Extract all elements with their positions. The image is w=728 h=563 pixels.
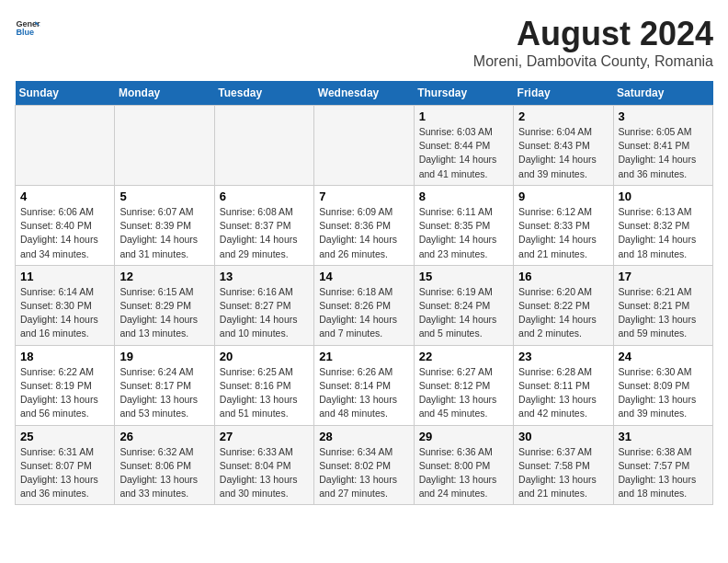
week-row-4: 18Sunrise: 6:22 AM Sunset: 8:19 PM Dayli… bbox=[16, 345, 713, 425]
calendar-cell: 7Sunrise: 6:09 AM Sunset: 8:36 PM Daylig… bbox=[314, 185, 414, 265]
day-number: 18 bbox=[20, 350, 109, 363]
weekday-header-thursday: Thursday bbox=[414, 81, 513, 106]
day-number: 24 bbox=[619, 350, 708, 363]
calendar-cell: 26Sunrise: 6:32 AM Sunset: 8:06 PM Dayli… bbox=[115, 425, 214, 505]
calendar-cell: 21Sunrise: 6:26 AM Sunset: 8:14 PM Dayli… bbox=[314, 345, 414, 425]
calendar-cell: 29Sunrise: 6:36 AM Sunset: 8:00 PM Dayli… bbox=[414, 425, 513, 505]
day-info: Sunrise: 6:14 AM Sunset: 8:30 PM Dayligh… bbox=[20, 285, 109, 341]
day-number: 5 bbox=[119, 190, 209, 203]
calendar-cell: 9Sunrise: 6:12 AM Sunset: 8:33 PM Daylig… bbox=[514, 185, 613, 265]
day-number: 13 bbox=[220, 270, 309, 283]
day-info: Sunrise: 6:26 AM Sunset: 8:14 PM Dayligh… bbox=[319, 365, 408, 421]
day-info: Sunrise: 6:36 AM Sunset: 8:00 PM Dayligh… bbox=[419, 445, 508, 501]
day-info: Sunrise: 6:18 AM Sunset: 8:26 PM Dayligh… bbox=[319, 285, 408, 341]
logo: General Blue bbox=[15, 15, 40, 40]
calendar-cell: 12Sunrise: 6:15 AM Sunset: 8:29 PM Dayli… bbox=[115, 265, 214, 345]
header: General Blue August 2024 Moreni, Dambovi… bbox=[15, 15, 713, 70]
calendar-cell: 4Sunrise: 6:06 AM Sunset: 8:40 PM Daylig… bbox=[16, 185, 115, 265]
day-info: Sunrise: 6:07 AM Sunset: 8:39 PM Dayligh… bbox=[119, 205, 209, 261]
day-number: 16 bbox=[518, 270, 608, 283]
calendar-cell: 20Sunrise: 6:25 AM Sunset: 8:16 PM Dayli… bbox=[214, 345, 313, 425]
day-info: Sunrise: 6:31 AM Sunset: 8:07 PM Dayligh… bbox=[20, 445, 109, 501]
day-number: 7 bbox=[319, 190, 408, 203]
day-info: Sunrise: 6:13 AM Sunset: 8:32 PM Dayligh… bbox=[619, 205, 708, 261]
day-number: 10 bbox=[619, 190, 708, 203]
day-number: 20 bbox=[220, 350, 309, 363]
calendar-cell bbox=[115, 106, 214, 186]
day-number: 15 bbox=[419, 270, 508, 283]
day-info: Sunrise: 6:03 AM Sunset: 8:44 PM Dayligh… bbox=[419, 125, 508, 181]
logo-icon: General Blue bbox=[15, 15, 40, 40]
day-info: Sunrise: 6:06 AM Sunset: 8:40 PM Dayligh… bbox=[20, 205, 109, 261]
calendar-cell: 1Sunrise: 6:03 AM Sunset: 8:44 PM Daylig… bbox=[414, 106, 513, 186]
day-number: 23 bbox=[518, 350, 608, 363]
day-number: 4 bbox=[20, 190, 109, 203]
day-number: 28 bbox=[319, 430, 408, 443]
sub-title: Moreni, Dambovita County, Romania bbox=[473, 53, 713, 70]
day-number: 9 bbox=[518, 190, 608, 203]
week-row-3: 11Sunrise: 6:14 AM Sunset: 8:30 PM Dayli… bbox=[16, 265, 713, 345]
week-row-2: 4Sunrise: 6:06 AM Sunset: 8:40 PM Daylig… bbox=[16, 185, 713, 265]
day-number: 29 bbox=[419, 430, 508, 443]
svg-text:Blue: Blue bbox=[16, 28, 34, 37]
day-number: 8 bbox=[419, 190, 508, 203]
week-row-5: 25Sunrise: 6:31 AM Sunset: 8:07 PM Dayli… bbox=[16, 425, 713, 505]
weekday-header-friday: Friday bbox=[514, 81, 613, 106]
day-info: Sunrise: 6:16 AM Sunset: 8:27 PM Dayligh… bbox=[220, 285, 309, 341]
calendar-cell: 11Sunrise: 6:14 AM Sunset: 8:30 PM Dayli… bbox=[16, 265, 115, 345]
calendar-cell: 23Sunrise: 6:28 AM Sunset: 8:11 PM Dayli… bbox=[514, 345, 613, 425]
calendar-cell: 3Sunrise: 6:05 AM Sunset: 8:41 PM Daylig… bbox=[613, 106, 712, 186]
weekday-header-row: SundayMondayTuesdayWednesdayThursdayFrid… bbox=[16, 81, 713, 106]
day-info: Sunrise: 6:34 AM Sunset: 8:02 PM Dayligh… bbox=[319, 445, 408, 501]
day-info: Sunrise: 6:04 AM Sunset: 8:43 PM Dayligh… bbox=[518, 125, 608, 181]
day-info: Sunrise: 6:33 AM Sunset: 8:04 PM Dayligh… bbox=[220, 445, 309, 501]
calendar-cell: 8Sunrise: 6:11 AM Sunset: 8:35 PM Daylig… bbox=[414, 185, 513, 265]
day-info: Sunrise: 6:08 AM Sunset: 8:37 PM Dayligh… bbox=[220, 205, 309, 261]
day-number: 27 bbox=[220, 430, 309, 443]
day-number: 3 bbox=[619, 109, 708, 123]
calendar-table: SundayMondayTuesdayWednesdayThursdayFrid… bbox=[15, 81, 713, 505]
day-number: 14 bbox=[319, 270, 408, 283]
calendar-cell: 31Sunrise: 6:38 AM Sunset: 7:57 PM Dayli… bbox=[613, 425, 712, 505]
weekday-header-wednesday: Wednesday bbox=[314, 81, 414, 106]
calendar-cell: 28Sunrise: 6:34 AM Sunset: 8:02 PM Dayli… bbox=[314, 425, 414, 505]
weekday-header-sunday: Sunday bbox=[16, 81, 115, 106]
day-number: 6 bbox=[220, 190, 309, 203]
calendar-cell: 10Sunrise: 6:13 AM Sunset: 8:32 PM Dayli… bbox=[613, 185, 712, 265]
day-number: 26 bbox=[119, 430, 209, 443]
day-number: 25 bbox=[20, 430, 109, 443]
calendar-cell: 27Sunrise: 6:33 AM Sunset: 8:04 PM Dayli… bbox=[214, 425, 313, 505]
calendar-cell: 17Sunrise: 6:21 AM Sunset: 8:21 PM Dayli… bbox=[613, 265, 712, 345]
weekday-header-saturday: Saturday bbox=[613, 81, 712, 106]
day-info: Sunrise: 6:11 AM Sunset: 8:35 PM Dayligh… bbox=[419, 205, 508, 261]
weekday-header-tuesday: Tuesday bbox=[214, 81, 313, 106]
day-info: Sunrise: 6:21 AM Sunset: 8:21 PM Dayligh… bbox=[619, 285, 708, 341]
week-row-1: 1Sunrise: 6:03 AM Sunset: 8:44 PM Daylig… bbox=[16, 106, 713, 186]
day-number: 17 bbox=[619, 270, 708, 283]
calendar-cell: 30Sunrise: 6:37 AM Sunset: 7:58 PM Dayli… bbox=[514, 425, 613, 505]
calendar-cell: 5Sunrise: 6:07 AM Sunset: 8:39 PM Daylig… bbox=[115, 185, 214, 265]
calendar-cell: 14Sunrise: 6:18 AM Sunset: 8:26 PM Dayli… bbox=[314, 265, 414, 345]
day-info: Sunrise: 6:19 AM Sunset: 8:24 PM Dayligh… bbox=[419, 285, 508, 341]
calendar-cell: 22Sunrise: 6:27 AM Sunset: 8:12 PM Dayli… bbox=[414, 345, 513, 425]
day-number: 2 bbox=[518, 109, 608, 123]
day-number: 19 bbox=[119, 350, 209, 363]
day-info: Sunrise: 6:24 AM Sunset: 8:17 PM Dayligh… bbox=[119, 365, 209, 421]
calendar-cell: 15Sunrise: 6:19 AM Sunset: 8:24 PM Dayli… bbox=[414, 265, 513, 345]
day-number: 22 bbox=[419, 350, 508, 363]
main-title: August 2024 bbox=[473, 15, 713, 53]
day-info: Sunrise: 6:15 AM Sunset: 8:29 PM Dayligh… bbox=[119, 285, 209, 341]
day-info: Sunrise: 6:09 AM Sunset: 8:36 PM Dayligh… bbox=[319, 205, 408, 261]
day-info: Sunrise: 6:25 AM Sunset: 8:16 PM Dayligh… bbox=[220, 365, 309, 421]
day-number: 11 bbox=[20, 270, 109, 283]
day-info: Sunrise: 6:27 AM Sunset: 8:12 PM Dayligh… bbox=[419, 365, 508, 421]
day-number: 12 bbox=[119, 270, 209, 283]
calendar-cell bbox=[314, 106, 414, 186]
day-info: Sunrise: 6:28 AM Sunset: 8:11 PM Dayligh… bbox=[518, 365, 608, 421]
day-number: 31 bbox=[619, 430, 708, 443]
calendar-cell: 6Sunrise: 6:08 AM Sunset: 8:37 PM Daylig… bbox=[214, 185, 313, 265]
day-info: Sunrise: 6:22 AM Sunset: 8:19 PM Dayligh… bbox=[20, 365, 109, 421]
day-info: Sunrise: 6:30 AM Sunset: 8:09 PM Dayligh… bbox=[619, 365, 708, 421]
calendar-cell bbox=[214, 106, 313, 186]
title-section: August 2024 Moreni, Dambovita County, Ro… bbox=[473, 15, 713, 70]
